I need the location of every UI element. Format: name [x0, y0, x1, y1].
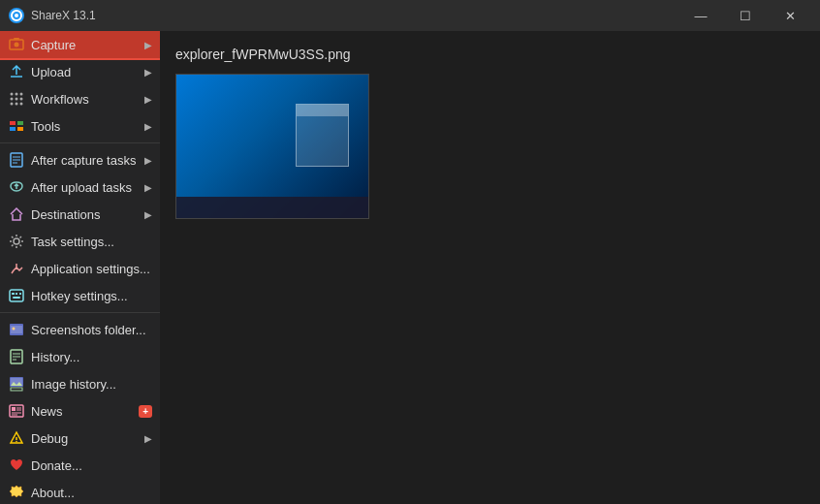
sidebar-item-about[interactable]: About...	[0, 479, 160, 504]
sidebar-item-history[interactable]: History...	[0, 343, 160, 370]
image-history-icon	[8, 375, 25, 393]
sidebar-label-screenshots: Screenshots folder...	[31, 323, 152, 337]
destinations-icon	[8, 205, 25, 223]
arrow-destinations: ▶	[144, 209, 152, 220]
svg-point-8	[20, 93, 23, 96]
thumbnail-window-title	[297, 105, 348, 116]
sidebar-label-news: News	[31, 404, 135, 419]
thumbnail-preview	[176, 75, 368, 218]
svg-rect-24	[19, 293, 21, 295]
svg-point-20	[14, 238, 19, 244]
sidebar-label-app-settings: Application settings...	[31, 262, 152, 276]
arrow-workflows: ▶	[144, 94, 152, 105]
sidebar-item-screenshots[interactable]: Screenshots folder...	[0, 316, 160, 343]
task-settings-icon	[8, 233, 25, 250]
thumbnail-taskbar	[176, 197, 368, 218]
svg-point-7	[16, 93, 18, 96]
sidebar-item-workflows[interactable]: Workflows▶	[0, 85, 160, 112]
badge-news: +	[139, 405, 152, 418]
upload-icon	[8, 63, 25, 80]
sidebar-item-capture[interactable]: Capture▶	[0, 31, 160, 58]
sidebar-label-about: About...	[31, 486, 152, 500]
sidebar-label-donate: Donate...	[31, 458, 152, 473]
svg-point-13	[16, 103, 18, 106]
sidebar-item-tools[interactable]: Tools▶	[0, 112, 160, 140]
menu-separator	[0, 312, 160, 313]
svg-point-28	[13, 328, 16, 331]
sidebar-label-image-history: Image history...	[31, 377, 152, 392]
svg-point-10	[16, 98, 18, 101]
app-title: ShareX 13.1	[31, 9, 678, 22]
sidebar-item-image-history[interactable]: Image history...	[0, 370, 160, 397]
screenshots-icon	[8, 321, 25, 338]
svg-point-11	[20, 98, 23, 101]
sidebar-label-debug: Debug	[31, 431, 141, 446]
news-icon	[8, 402, 25, 420]
about-icon	[8, 484, 25, 501]
arrow-after-capture: ▶	[144, 155, 152, 166]
svg-point-6	[11, 93, 14, 96]
sidebar-label-upload: Upload	[31, 65, 141, 79]
arrow-debug: ▶	[144, 433, 152, 444]
minimize-button[interactable]: —	[678, 0, 723, 31]
after-upload-icon	[8, 178, 25, 196]
sidebar-label-hotkey-settings: Hotkey settings...	[31, 289, 152, 303]
svg-point-9	[11, 98, 14, 101]
sidebar-item-destinations[interactable]: Destinations▶	[0, 201, 160, 228]
svg-rect-17	[10, 127, 16, 131]
sidebar-label-task-settings: Task settings...	[31, 235, 152, 249]
content-area: explorer_fWPRMwU3SS.png	[160, 31, 820, 504]
thumbnail-window	[296, 104, 349, 167]
arrow-capture: ▶	[144, 40, 152, 50]
arrow-upload: ▶	[144, 67, 152, 78]
sidebar-label-after-capture: After capture tasks	[31, 153, 141, 168]
sidebar: Capture▶Upload▶Workflows▶Tools▶After cap…	[0, 31, 160, 504]
file-name: explorer_fWPRMwU3SS.png	[175, 47, 804, 62]
arrow-tools: ▶	[144, 121, 152, 132]
svg-rect-18	[17, 127, 23, 131]
after-capture-icon	[8, 151, 25, 169]
svg-point-43	[16, 441, 17, 443]
svg-rect-35	[11, 388, 22, 391]
hotkey-settings-icon	[8, 287, 25, 304]
window-controls: — ☐ ✕	[678, 0, 812, 31]
sidebar-item-news[interactable]: News+	[0, 397, 160, 425]
sidebar-item-hotkey-settings[interactable]: Hotkey settings...	[0, 282, 160, 309]
history-icon	[8, 348, 25, 365]
title-bar: ShareX 13.1 — ☐ ✕	[0, 0, 820, 31]
sidebar-item-after-capture[interactable]: After capture tasks▶	[0, 146, 160, 173]
svg-rect-22	[12, 293, 15, 295]
svg-rect-27	[11, 326, 22, 333]
svg-point-14	[20, 103, 23, 106]
sidebar-item-debug[interactable]: Debug▶	[0, 425, 160, 452]
svg-point-12	[11, 103, 14, 106]
sidebar-label-workflows: Workflows	[31, 92, 141, 107]
close-button[interactable]: ✕	[768, 0, 812, 31]
svg-rect-25	[13, 297, 20, 299]
arrow-after-upload: ▶	[144, 182, 152, 193]
svg-point-2	[15, 14, 18, 17]
capture-icon	[8, 36, 25, 53]
sidebar-item-task-settings[interactable]: Task settings...	[0, 228, 160, 255]
app-settings-icon	[8, 260, 25, 277]
sidebar-label-tools: Tools	[31, 119, 141, 134]
donate-icon	[8, 457, 25, 474]
sidebar-item-upload[interactable]: Upload▶	[0, 58, 160, 85]
sidebar-label-destinations: Destinations	[31, 207, 141, 222]
svg-rect-21	[10, 290, 23, 301]
tools-icon	[8, 117, 25, 135]
debug-icon	[8, 429, 25, 447]
sidebar-label-history: History...	[31, 350, 152, 364]
sidebar-item-donate[interactable]: Donate...	[0, 452, 160, 479]
svg-rect-5	[14, 38, 19, 40]
app-icon	[8, 7, 25, 24]
sidebar-item-app-settings[interactable]: Application settings...	[0, 255, 160, 282]
svg-rect-16	[17, 121, 23, 125]
screenshot-thumbnail	[175, 74, 369, 219]
svg-rect-23	[16, 293, 17, 295]
main-area: Capture▶Upload▶Workflows▶Tools▶After cap…	[0, 31, 820, 504]
menu-separator	[0, 142, 160, 143]
sidebar-item-after-upload[interactable]: After upload tasks▶	[0, 173, 160, 201]
maximize-button[interactable]: ☐	[723, 0, 768, 31]
sidebar-label-after-upload: After upload tasks	[31, 180, 141, 195]
